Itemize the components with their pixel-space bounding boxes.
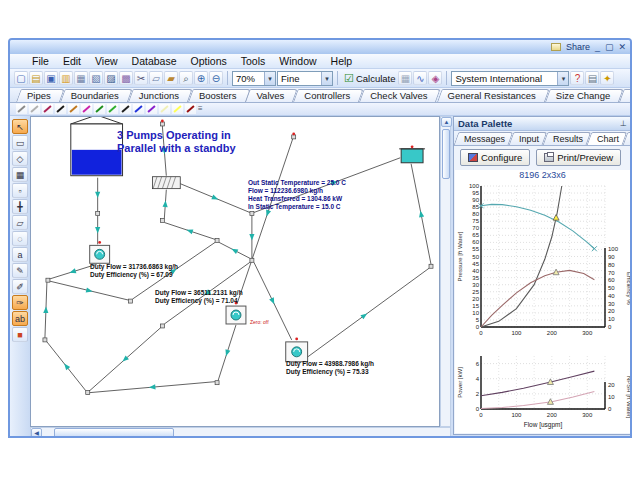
scrollbar-thumb[interactable] bbox=[442, 129, 450, 179]
pen-swatch-9[interactable] bbox=[133, 104, 144, 114]
image-icon[interactable]: ▩ bbox=[119, 71, 133, 85]
new-file-icon[interactable]: ▢ bbox=[14, 71, 28, 85]
pen-swatch-7[interactable] bbox=[107, 104, 118, 114]
canvas-vertical-scrollbar[interactable]: ▲ bbox=[440, 116, 451, 427]
tab-boundaries[interactable]: Boundaries bbox=[60, 89, 128, 102]
watch-list-icon[interactable]: ▤ bbox=[585, 71, 599, 85]
menu-help[interactable]: Help bbox=[325, 54, 359, 68]
pen-swatch-4[interactable] bbox=[68, 104, 79, 114]
save-icon[interactable]: ▣ bbox=[44, 71, 58, 85]
zoom-window-tool[interactable]: ▫ bbox=[12, 183, 28, 198]
close-button[interactable]: ✕ bbox=[618, 43, 626, 52]
brush-tool[interactable]: ✐ bbox=[12, 279, 28, 294]
line-styles-icon[interactable]: ≡ bbox=[198, 104, 203, 114]
tab-junctions[interactable]: Junctions bbox=[128, 89, 188, 102]
menu-edit[interactable]: Edit bbox=[57, 54, 87, 68]
zoom-out-icon[interactable]: ⊖ bbox=[209, 71, 223, 85]
rectangle-tool[interactable]: ▭ bbox=[12, 135, 28, 150]
menu-tools[interactable]: Tools bbox=[235, 54, 272, 68]
menu-window[interactable]: Window bbox=[273, 54, 322, 68]
eraser-icon[interactable]: ◈ bbox=[428, 71, 442, 85]
panel-tab-input[interactable]: Input bbox=[511, 132, 545, 145]
copy-icon[interactable]: ▱ bbox=[149, 71, 163, 85]
panel-tab-chart[interactable]: Chart bbox=[589, 132, 625, 145]
tab-relief-devices[interactable]: Relief Devices bbox=[619, 89, 632, 102]
pump-curve-icon[interactable]: ∿ bbox=[413, 71, 427, 85]
pen-swatch-8[interactable] bbox=[120, 104, 131, 114]
pen-swatch-3[interactable] bbox=[55, 104, 66, 114]
pan-tool[interactable]: ╋ bbox=[12, 199, 28, 214]
title-bar[interactable]: Share _ ▢ ✕ bbox=[10, 40, 630, 54]
canvas-horizontal-scrollbar[interactable]: ◀ bbox=[30, 427, 451, 438]
report-icon[interactable]: ▦ bbox=[74, 71, 88, 85]
panel-tab-messages[interactable]: Messages bbox=[456, 132, 511, 145]
select-tool[interactable]: ↖ bbox=[12, 119, 28, 134]
text-tool[interactable]: a bbox=[12, 247, 28, 262]
scroll-up-icon[interactable]: ▲ bbox=[441, 117, 452, 127]
units-select[interactable]: System International ▾ bbox=[451, 71, 569, 86]
label-tool[interactable]: ab bbox=[12, 311, 28, 326]
svg-text:60: 60 bbox=[608, 277, 615, 283]
pen-swatch-13[interactable] bbox=[185, 104, 196, 114]
schematic-canvas[interactable]: 3 Pumps Operating in Parallel with a sta… bbox=[30, 116, 440, 427]
scroll-left-icon[interactable]: ◀ bbox=[31, 428, 42, 438]
find-icon[interactable]: ⌕ bbox=[179, 71, 193, 85]
minimize-button[interactable]: _ bbox=[595, 43, 600, 52]
lasso-tool[interactable]: ◌ bbox=[12, 231, 28, 246]
menu-options[interactable]: Options bbox=[185, 54, 233, 68]
open-file-icon[interactable]: ▤ bbox=[29, 71, 43, 85]
marquee-tool[interactable]: ▱ bbox=[12, 215, 28, 230]
pen-swatch-10[interactable] bbox=[146, 104, 157, 114]
paste-icon[interactable]: ▰ bbox=[164, 71, 178, 85]
pen-swatch-0[interactable] bbox=[16, 104, 27, 114]
results-grid-icon[interactable]: ▦ bbox=[398, 71, 412, 85]
chevron-down-icon[interactable]: ▾ bbox=[321, 72, 332, 85]
pen-swatch-2[interactable] bbox=[42, 104, 53, 114]
tab-size-change[interactable]: Size Change bbox=[545, 89, 619, 102]
zoom-in-icon[interactable]: ⊕ bbox=[194, 71, 208, 85]
data-palette-header[interactable]: Data Palette ⊥ bbox=[454, 117, 631, 131]
share-button[interactable]: Share bbox=[566, 42, 590, 52]
zoom-select[interactable]: 70% ▾ bbox=[232, 71, 276, 86]
pen-swatch-12[interactable] bbox=[172, 104, 183, 114]
tab-pipes[interactable]: Pipes bbox=[16, 89, 60, 102]
chevron-down-icon[interactable]: ▾ bbox=[264, 72, 275, 85]
cut-icon[interactable]: ✂ bbox=[134, 71, 148, 85]
svg-text:40: 40 bbox=[608, 293, 615, 299]
print-icon[interactable]: ▧ bbox=[89, 71, 103, 85]
panel-tab-list[interactable]: List bbox=[625, 132, 632, 145]
panel-tab-results[interactable]: Results bbox=[545, 132, 589, 145]
menu-file[interactable]: File bbox=[26, 54, 55, 68]
maximize-button[interactable]: ▢ bbox=[605, 43, 614, 52]
tab-boosters[interactable]: Boosters bbox=[188, 89, 246, 102]
quality-select[interactable]: Fine ▾ bbox=[277, 71, 333, 86]
menu-view[interactable]: View bbox=[89, 54, 124, 68]
calculate-button[interactable]: ☑ Calculate bbox=[342, 72, 397, 85]
scrollbar-thumb[interactable] bbox=[54, 428, 174, 438]
pen-swatch-1[interactable] bbox=[29, 104, 40, 114]
pen-swatch-5[interactable] bbox=[81, 104, 92, 114]
key-icon[interactable]: ✦ bbox=[600, 71, 614, 85]
color-swatch[interactable]: ■ bbox=[12, 327, 28, 342]
pen-swatch-11[interactable] bbox=[159, 104, 170, 114]
tab-check-valves[interactable]: Check Valves bbox=[359, 89, 436, 102]
folder-icon[interactable]: ▥ bbox=[59, 71, 73, 85]
pencil-tool[interactable]: ✎ bbox=[12, 263, 28, 278]
menu-database[interactable]: Database bbox=[126, 54, 183, 68]
export-icon[interactable]: ▨ bbox=[104, 71, 118, 85]
print-preview-button[interactable]: Print/Preview bbox=[536, 149, 621, 166]
pin-icon[interactable]: ⊥ bbox=[620, 119, 627, 128]
chevron-down-icon[interactable]: ▾ bbox=[557, 72, 568, 85]
tab-valves[interactable]: Valves bbox=[245, 89, 293, 102]
pen-swatch-6[interactable] bbox=[94, 104, 105, 114]
svg-text:0: 0 bbox=[608, 406, 612, 412]
svg-text:70: 70 bbox=[608, 270, 615, 276]
tab-controllers[interactable]: Controllers bbox=[293, 89, 359, 102]
image-tool[interactable]: ▦ bbox=[12, 167, 28, 182]
pen-tool[interactable]: ✑ bbox=[12, 295, 28, 310]
polygon-tool[interactable]: ◇ bbox=[12, 151, 28, 166]
configure-button[interactable]: Configure bbox=[460, 149, 530, 166]
help-icon[interactable]: ? bbox=[570, 71, 584, 85]
svg-text:90: 90 bbox=[472, 197, 479, 203]
tab-general-resistances[interactable]: General Resistances bbox=[437, 89, 545, 102]
